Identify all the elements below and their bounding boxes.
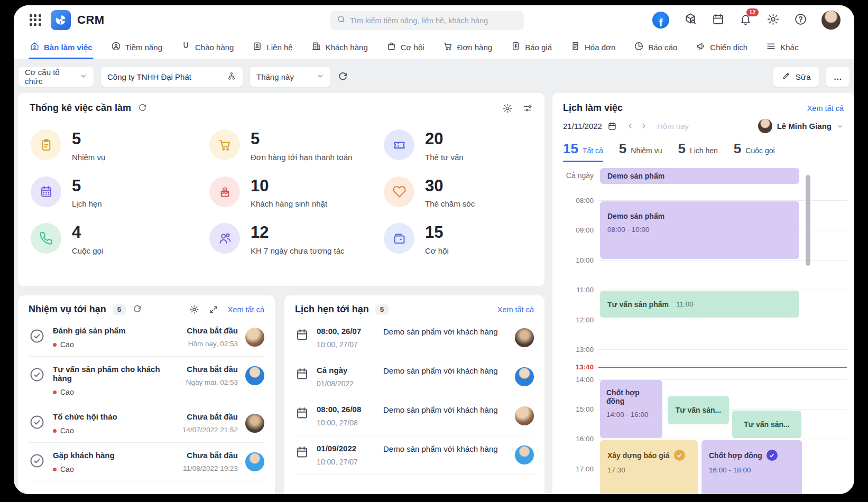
stat-lich-hen[interactable]: 5Lịch hẹn	[31, 176, 209, 209]
quote-doc-icon	[511, 41, 521, 53]
task-row[interactable]: Tổ chức hội thảo Cao Chưa bắt đầu14/07/2…	[29, 404, 264, 443]
calendar-icon[interactable]	[712, 13, 725, 28]
stat-cuoc-goi[interactable]: 4Cuộc gọi	[31, 223, 209, 255]
facebook-icon[interactable]: f	[652, 12, 669, 29]
search-input[interactable]	[350, 16, 518, 25]
tab-bao-gia[interactable]: Báo giá	[511, 35, 552, 59]
stat-don-hang-toi-han[interactable]: 5Đơn hàng tới hạn thanh toán	[209, 129, 384, 162]
assignee-avatar[interactable]	[515, 406, 534, 425]
appointment-row[interactable]: 08:00, 26/0810:00, 27/08 Demo sản phẩm v…	[295, 396, 534, 435]
stat-value: 15	[425, 224, 449, 241]
stat-khach-hang-sinh-nhat[interactable]: 10Khách hàng sinh nhật	[209, 176, 384, 209]
stat-the-cham-soc[interactable]: 30Thẻ chăm sóc	[384, 176, 533, 209]
event-xay-dung-bao-gia[interactable]: Xây dựng báo giá 17:30	[600, 440, 698, 494]
user-avatar[interactable]	[821, 11, 841, 30]
more-actions-button[interactable]: ...	[826, 66, 850, 87]
event-tu-van-san-3[interactable]: Tư vấn sản...	[732, 411, 801, 438]
owner-select[interactable]: Lê Minh Giang	[758, 119, 844, 133]
task-row[interactable]: Gặp khách hàng Cao Chưa bắt đầu11/08/202…	[29, 443, 264, 481]
tab-khach-hang[interactable]: Khách hàng	[311, 35, 368, 59]
stat-co-hoi[interactable]: 15Cơ hội	[384, 223, 533, 255]
calendar-tab-calls[interactable]: 5Cuộc gọi	[734, 141, 775, 162]
stat-nhiem-vu[interactable]: 5Nhiệm vụ	[31, 129, 209, 162]
event-tu-van-san-pham[interactable]: Tư vấn sản phẩm 11:00	[600, 291, 799, 318]
task-row[interactable]: Tư vấn sản phẩm cho khách hàng Cao Chưa …	[29, 357, 264, 404]
assignee-avatar[interactable]	[245, 366, 264, 385]
appointment-row[interactable]: 01/09/202210:00, 27/07 Demo sản phẩm với…	[295, 435, 534, 475]
check-circle-icon[interactable]	[29, 366, 45, 385]
calendar-tab-tasks[interactable]: 5Nhiệm vụ	[619, 141, 662, 162]
refresh-icon[interactable]	[337, 71, 348, 82]
appointments-view-all-link[interactable]: Xem tất cả	[497, 305, 534, 314]
tab-label: Cuộc gọi	[745, 146, 774, 155]
phone-icon	[31, 223, 61, 254]
event-demo-san-pham-allday[interactable]: Demo sản phẩm	[600, 168, 799, 184]
help-icon[interactable]	[794, 13, 807, 28]
product-search-icon[interactable]	[684, 12, 697, 28]
tasks-view-all-link[interactable]: Xem tất cả	[228, 305, 264, 314]
today-button[interactable]: Hôm nay	[657, 122, 689, 131]
assignee-avatar[interactable]	[245, 414, 264, 433]
refresh-icon[interactable]	[132, 304, 142, 314]
tasks-list: Đánh giá sản phẩm Cao Chưa bắt đầuHôm na…	[29, 318, 264, 481]
tab-chien-dich[interactable]: Chiến dịch	[696, 35, 747, 59]
expand-icon[interactable]	[209, 305, 218, 314]
global-search[interactable]	[330, 11, 524, 30]
priority-dot	[53, 343, 57, 347]
assignee-avatar[interactable]	[515, 367, 534, 386]
tab-khac[interactable]: Khác	[766, 35, 798, 59]
next-day-icon[interactable]	[640, 122, 648, 130]
settings-gear-icon[interactable]	[767, 13, 780, 28]
tab-ban-lam-viec[interactable]: Bàn làm việc	[30, 35, 93, 59]
tab-don-hang[interactable]: Đơn hàng	[443, 35, 493, 59]
task-priority: Cao	[60, 340, 74, 349]
event-demo-san-pham[interactable]: Demo sản phẩm 08:00 - 10:00	[600, 201, 799, 259]
event-chot-hop-dong-2[interactable]: Chốt hợp đồng 16:00 - 18:00	[701, 440, 802, 494]
calendar-scrollbar[interactable]	[806, 175, 810, 266]
calendar-date[interactable]: 21/11/2022	[563, 122, 602, 131]
appointment-row[interactable]: 08:00, 26/0710:00, 27/07 Demo sản phẩm v…	[295, 318, 534, 357]
date-picker-icon[interactable]	[607, 122, 617, 131]
due-appointments-panel: Lịch hẹn tới hạn 5 Xem tất cả 08:00, 26/…	[284, 295, 544, 494]
notifications-bell-icon[interactable]: 12	[739, 13, 752, 28]
assignee-avatar[interactable]	[515, 445, 534, 464]
calendar-view-all-link[interactable]: Xem tất cả	[807, 104, 844, 113]
prev-day-icon[interactable]	[626, 122, 634, 130]
tab-tiem-nang[interactable]: Tiềm năng	[111, 35, 162, 59]
period-select[interactable]: Tháng này	[250, 66, 331, 87]
check-circle-icon[interactable]	[29, 328, 45, 347]
task-due: Ngày mai, 02:53	[186, 378, 238, 386]
stat-kh-chua-tuong-tac[interactable]: 12KH 7 ngày chưa tương tác	[209, 223, 384, 255]
tab-bao-cao[interactable]: Báo cáo	[634, 35, 677, 59]
event-chot-hop-dong[interactable]: Chốt hợp đồng 14:00 - 16:00	[600, 380, 662, 438]
hour-gridline	[598, 349, 847, 350]
settings-gear-icon[interactable]	[502, 103, 513, 114]
calendar-tab-all[interactable]: 15Tất cả	[563, 141, 603, 162]
stat-label: Nhiệm vụ	[72, 153, 105, 162]
tab-chao-hang[interactable]: Chào hàng	[181, 35, 234, 59]
assignee-avatar[interactable]	[245, 328, 264, 347]
org-structure-select[interactable]: Cơ cấu tổ chức	[18, 66, 94, 87]
calendar-tab-appointments[interactable]: 5Lịch hẹn	[678, 141, 717, 162]
check-circle-icon[interactable]	[29, 414, 45, 433]
event-title: Demo sản phẩm	[607, 212, 792, 220]
check-circle-icon[interactable]	[29, 452, 45, 471]
tab-co-hoi[interactable]: Cơ hội	[386, 35, 424, 59]
tab-label: Lịch hẹn	[690, 146, 718, 155]
assignee-avatar[interactable]	[245, 452, 264, 471]
tab-hoa-don[interactable]: Hóa đơn	[570, 35, 615, 59]
stat-the-tu-van[interactable]: 20Thẻ tư vấn	[384, 129, 533, 162]
task-row[interactable]: Đánh giá sản phẩm Cao Chưa bắt đầuHôm na…	[29, 318, 264, 357]
app-launcher-grid-icon[interactable]	[30, 14, 41, 26]
assignee-avatar[interactable]	[515, 328, 534, 347]
sliders-icon[interactable]	[522, 103, 533, 114]
settings-gear-icon[interactable]	[189, 304, 199, 314]
company-select[interactable]: Công ty TNHH Đại Phát	[100, 66, 243, 87]
tab-lien-he[interactable]: Liên hệ	[252, 35, 292, 59]
appointment-end: 01/08/2022	[317, 379, 376, 388]
edit-button[interactable]: Sửa	[773, 66, 819, 87]
appointment-row[interactable]: Cả ngày01/08/2022 Demo sản phẩm với khác…	[295, 357, 534, 396]
crm-logo-icon[interactable]	[51, 10, 71, 30]
refresh-icon[interactable]	[137, 103, 147, 113]
event-tu-van-san-2[interactable]: Tư vấn sản...	[668, 396, 729, 424]
